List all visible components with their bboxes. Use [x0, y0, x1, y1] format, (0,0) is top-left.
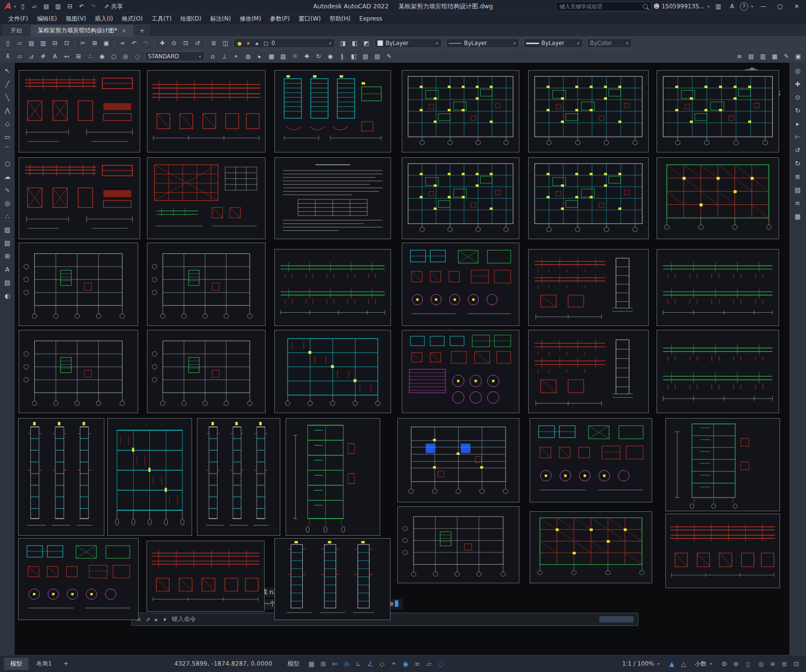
- open-icon[interactable]: ▱: [29, 1, 40, 11]
- lineweight-select[interactable]: ByLayer ▾: [523, 38, 583, 48]
- block-icon[interactable]: ▤: [2, 277, 13, 287]
- point-icon[interactable]: ∴: [2, 211, 13, 221]
- select-icon[interactable]: ↖: [2, 66, 13, 75]
- help-icon[interactable]: ?: [740, 2, 748, 11]
- ucs-icon[interactable]: ⊥: [219, 51, 230, 61]
- object-snap-icon[interactable]: ◉: [400, 658, 412, 669]
- tab-start[interactable]: 开始: [3, 25, 29, 36]
- plot-preview-icon[interactable]: ⊡: [61, 38, 72, 48]
- ungroup-icon[interactable]: ○: [108, 51, 119, 61]
- sheet-icon[interactable]: ▤: [792, 185, 803, 195]
- search-input[interactable]: 键入关键字或短语: [556, 1, 652, 11]
- tool-palettes-icon[interactable]: ▥: [757, 51, 768, 61]
- menu-item-7[interactable]: 标注(N): [206, 14, 235, 24]
- minimize-button[interactable]: —: [756, 0, 771, 12]
- snap-icon[interactable]: ⊞: [318, 658, 329, 669]
- redo-icon[interactable]: ↷: [141, 38, 151, 48]
- workspace-icon[interactable]: ⌂: [207, 51, 218, 61]
- save-icon[interactable]: ▤: [26, 38, 37, 48]
- isolate-objects-icon[interactable]: ◎: [755, 658, 767, 669]
- quick-calc-icon[interactable]: #: [38, 51, 49, 61]
- view-next-icon[interactable]: ↻: [792, 158, 803, 168]
- sheet-icon[interactable]: ▤: [372, 51, 383, 61]
- new-icon[interactable]: ▯: [17, 1, 28, 11]
- pan-icon[interactable]: ✚: [792, 79, 803, 89]
- revision-cloud-icon[interactable]: ☁: [2, 172, 13, 181]
- dynamic-input-icon[interactable]: ⊙: [341, 658, 353, 669]
- infer-constraints-icon[interactable]: ⊨: [329, 658, 341, 669]
- walk-icon[interactable]: ✚: [301, 51, 312, 61]
- visual-styles-icon[interactable]: ◧: [348, 51, 359, 61]
- zoom-realtime-icon[interactable]: ⊙: [169, 38, 179, 48]
- menu-item-2[interactable]: 视图(V): [61, 14, 91, 24]
- new-tab-button[interactable]: +: [135, 25, 149, 36]
- arc-icon[interactable]: ⌒: [2, 145, 13, 155]
- materials-icon[interactable]: ▨: [278, 51, 289, 61]
- polar-tracking-icon[interactable]: ∠: [365, 658, 376, 669]
- 3d-osnap-icon[interactable]: ⌖: [231, 51, 242, 61]
- copy-icon[interactable]: ⊞: [89, 38, 100, 48]
- menu-item-6[interactable]: 绘图(D): [176, 14, 206, 24]
- lineweight-display-icon[interactable]: ≡: [412, 658, 423, 669]
- layers-panel-icon[interactable]: ≣: [792, 172, 803, 181]
- menu-item-8[interactable]: 修改(M): [235, 14, 266, 24]
- plot-icon[interactable]: ⊟: [64, 1, 75, 11]
- menu-item-12[interactable]: Express: [355, 14, 387, 23]
- close-button[interactable]: ✕: [789, 0, 804, 12]
- redo-icon[interactable]: ↷: [88, 1, 98, 11]
- steering-icon[interactable]: ◍: [243, 51, 253, 61]
- workspace-switching-icon[interactable]: ⚙: [718, 658, 730, 669]
- polyline-icon[interactable]: ⋀: [2, 105, 13, 115]
- linetype-select[interactable]: ByLayer ▾: [446, 38, 519, 48]
- render-icon[interactable]: ▦: [266, 51, 277, 61]
- new-icon[interactable]: ▯: [2, 38, 13, 48]
- polygon-icon[interactable]: ◇: [2, 119, 13, 128]
- menu-item-5[interactable]: 工具(T): [147, 14, 176, 24]
- hardware-acceleration-icon[interactable]: ≋: [767, 658, 779, 669]
- undo-icon[interactable]: ↶: [76, 1, 87, 11]
- save-as-icon[interactable]: ▥: [38, 38, 49, 48]
- pan-icon[interactable]: ✚: [157, 38, 168, 48]
- sheet-set-icon[interactable]: ▦: [769, 51, 780, 61]
- menu-item-9[interactable]: 参数(P): [266, 14, 294, 24]
- recent-commands-icon[interactable]: ▾: [163, 616, 166, 623]
- properties-icon[interactable]: ◐: [2, 291, 13, 300]
- layer-prev-icon[interactable]: ◨: [338, 38, 348, 48]
- annotation-scale-control[interactable]: 1:1 / 100% ▾: [618, 659, 664, 668]
- text-style-select[interactable]: STANDARD ▾: [145, 51, 205, 61]
- layout1-tab[interactable]: 布局1: [30, 658, 58, 670]
- menu-item-1[interactable]: 编辑(E): [32, 14, 61, 24]
- menu-item-0[interactable]: 文件(F): [4, 14, 32, 24]
- app-logo-icon[interactable]: A: [2, 0, 13, 13]
- annotation-autoscale-icon[interactable]: △: [678, 658, 689, 669]
- table-style-mgr-icon[interactable]: ⊞: [73, 51, 84, 61]
- plot-icon[interactable]: ⊟: [49, 38, 60, 48]
- mtext-icon[interactable]: A: [2, 264, 13, 274]
- settings-small-icon[interactable]: ≡: [792, 198, 803, 208]
- show-motion-icon[interactable]: ▸: [254, 51, 265, 61]
- construction-line-icon[interactable]: ╲: [2, 92, 13, 102]
- units-control[interactable]: 小数 ▾: [691, 659, 717, 669]
- show-motion-icon[interactable]: ▸: [792, 119, 803, 128]
- autodesk-apps-icon[interactable]: A: [727, 1, 737, 11]
- spline-icon[interactable]: ∿: [2, 185, 13, 195]
- anchor-left-icon[interactable]: ⊢: [792, 132, 803, 142]
- section-icon[interactable]: ∥: [337, 51, 347, 61]
- orbit-icon[interactable]: ↻: [792, 105, 803, 115]
- named-views-icon[interactable]: ▤: [360, 51, 371, 61]
- color-select[interactable]: ByLayer ▾: [374, 38, 442, 48]
- block-editor-icon[interactable]: ▣: [793, 51, 804, 61]
- sun-properties-icon[interactable]: ☼: [290, 51, 300, 61]
- account-button[interactable]: ☻ 1505999135... ▾: [654, 3, 710, 10]
- app-store-icon[interactable]: ▥: [713, 1, 724, 11]
- drawing-canvas[interactable]: 北 东 南 未命名 ▾ 命令: '_zoom 指定窗口的角点，输入比例因子 (n…: [15, 63, 789, 655]
- properties-palette-icon[interactable]: ≡: [734, 51, 745, 61]
- ellipse-icon[interactable]: ◎: [2, 198, 13, 208]
- customization-icon[interactable]: ≣: [779, 658, 790, 669]
- menu-item-3[interactable]: 插入(I): [91, 14, 118, 24]
- layer-properties-icon[interactable]: ≣: [208, 38, 219, 48]
- orbit-icon[interactable]: ↻: [313, 51, 324, 61]
- layer-iso-icon[interactable]: ◧: [349, 38, 360, 48]
- gradient-icon[interactable]: ▧: [2, 238, 13, 248]
- text-style-mgr-icon[interactable]: A: [49, 51, 60, 61]
